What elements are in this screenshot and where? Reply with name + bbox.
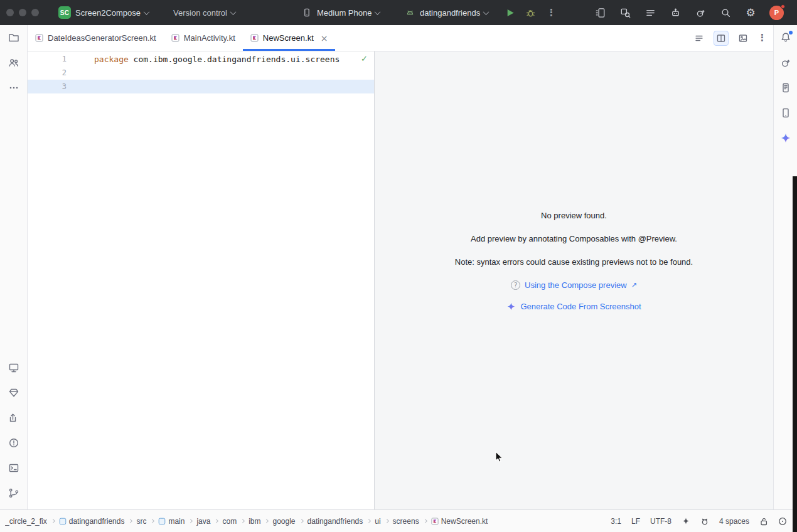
editor-view-modes: ⋮ <box>692 25 773 51</box>
avatar[interactable]: P <box>769 6 784 20</box>
code-editor[interactable]: 1 package com.ibm.google.datingandfriend… <box>28 51 374 509</box>
minimize-window-button[interactable] <box>19 9 26 16</box>
breadcrumb-label: main <box>168 517 185 526</box>
compose-preview-help-link[interactable]: ? Using the Compose preview ↗ <box>511 280 637 290</box>
breadcrumb-item[interactable]: src <box>136 517 146 526</box>
avatar-initial: P <box>774 9 779 16</box>
folder-icon[interactable] <box>5 29 23 46</box>
tab-mainactivity[interactable]: MainActivity.kt <box>164 25 243 51</box>
kotlin-file-icon <box>171 34 179 42</box>
device-selector[interactable]: Medium Phone <box>301 0 380 25</box>
editor-more-options-icon[interactable]: ⋮ <box>757 33 767 43</box>
design-mode-icon[interactable] <box>735 31 751 46</box>
breadcrumb-item[interactable]: ui <box>375 517 380 526</box>
inspections-widget-icon[interactable] <box>778 517 787 526</box>
breadcrumb-item[interactable]: datingandfriends <box>308 517 363 526</box>
breadcrumb-label: ibm <box>249 517 260 526</box>
breadcrumb-item[interactable]: ibm <box>249 517 260 526</box>
kotlin-file-icon <box>35 34 43 42</box>
breadcrumb-label: NewScreen.kt <box>441 517 488 526</box>
close-tab-icon[interactable]: × <box>321 34 328 43</box>
caret-position-widget[interactable]: 3:1 <box>611 517 621 526</box>
breadcrumb-item[interactable]: main <box>158 517 185 526</box>
sparkle-icon[interactable] <box>682 517 690 526</box>
terminal-icon[interactable] <box>5 459 23 477</box>
tab-dateideasgeneratorscreen[interactable]: DateIdeasGeneratorScreen.kt <box>28 25 164 51</box>
device-explorer-icon[interactable] <box>777 79 794 97</box>
gradle-icon[interactable] <box>777 54 794 72</box>
breadcrumb-item[interactable]: google <box>272 517 295 526</box>
git-branch-icon[interactable] <box>5 484 23 502</box>
indent-widget[interactable]: 4 spaces <box>719 517 749 526</box>
chevron-right-icon <box>128 519 132 523</box>
box-arrow-icon[interactable] <box>5 409 23 427</box>
keyword-token: package <box>94 55 129 64</box>
debug-button[interactable] <box>525 0 537 25</box>
ai-assistant-icon[interactable] <box>669 6 682 19</box>
line-separator-widget[interactable]: LF <box>631 517 640 526</box>
problems-icon[interactable] <box>5 434 23 452</box>
zoom-window-button[interactable] <box>31 9 39 16</box>
breadcrumb-item[interactable]: screens <box>393 517 419 526</box>
chevron-right-icon <box>214 519 218 523</box>
generate-link-text[interactable]: Generate Code From Screenshot <box>520 302 641 311</box>
more-tool-windows-icon[interactable] <box>5 79 23 97</box>
breadcrumb-label: _circle_2_fix <box>5 517 47 526</box>
version-control-menu[interactable]: Version control <box>173 0 235 25</box>
chevron-down-icon <box>230 9 237 15</box>
kotlin-file-icon <box>431 518 439 525</box>
encoding-widget[interactable]: UTF-8 <box>650 517 671 526</box>
notifications-bell-icon[interactable] <box>777 29 794 46</box>
logcat-icon[interactable] <box>644 6 656 19</box>
users-icon[interactable] <box>5 54 23 72</box>
gemini-icon[interactable] <box>777 129 794 147</box>
generate-code-link[interactable]: Generate Code From Screenshot <box>506 302 641 311</box>
code-text: package com.ibm.google.datingandfriends.… <box>94 55 340 64</box>
device-manager-icon[interactable] <box>777 104 794 122</box>
code-line-caret: 3 <box>28 80 374 93</box>
breadcrumb-label: com <box>222 517 237 526</box>
split-mode-icon[interactable] <box>714 31 729 46</box>
run-button[interactable] <box>504 0 516 25</box>
chevron-right-icon <box>150 519 154 523</box>
breadcrumb-item[interactable]: datingandfriends <box>59 517 125 526</box>
run-config-selector[interactable]: datingandfriends <box>404 0 488 25</box>
chevron-right-icon <box>264 519 269 523</box>
more-actions-button[interactable]: ⋮ <box>547 0 556 25</box>
android-icon <box>404 6 416 19</box>
status-widget-icon[interactable] <box>700 517 709 526</box>
line-number: 3 <box>28 82 67 91</box>
breadcrumb-item[interactable]: _circle_2_fix <box>5 517 47 526</box>
lock-icon[interactable] <box>759 517 768 526</box>
project-selector[interactable]: Screen2Compose <box>75 0 149 25</box>
search-icon[interactable] <box>719 6 732 19</box>
running-devices-icon[interactable] <box>594 6 606 19</box>
preview-messages: No preview found. Add preview by annotat… <box>375 51 773 323</box>
breadcrumb-item[interactable]: NewScreen.kt <box>431 517 488 526</box>
breadcrumb-label: google <box>272 517 295 526</box>
tab-newscreen[interactable]: NewScreen.kt × <box>243 25 336 51</box>
breadcrumb-item[interactable]: java <box>196 517 210 526</box>
device-label: Medium Phone <box>317 8 372 18</box>
help-link-text[interactable]: Using the Compose preview <box>525 280 627 290</box>
chevron-down-icon <box>375 9 381 15</box>
breadcrumb-item[interactable]: com <box>222 517 237 526</box>
notification-dot <box>781 4 785 9</box>
settings-icon[interactable]: ⚙ <box>744 6 757 19</box>
tab-label: NewScreen.kt <box>263 33 314 43</box>
close-window-button[interactable] <box>6 9 14 16</box>
no-preview-message: No preview found. <box>541 211 607 220</box>
gem-icon[interactable] <box>5 384 23 402</box>
gradle-sync-icon[interactable] <box>694 6 707 19</box>
chevron-right-icon <box>51 519 55 523</box>
chevron-right-icon <box>240 519 245 523</box>
code-mode-icon[interactable] <box>692 31 707 46</box>
line-number: 1 <box>28 55 67 63</box>
statusbar: _circle_2_fix datingandfriends src main … <box>0 509 797 532</box>
question-glyph: ? <box>514 282 517 289</box>
display-icon[interactable] <box>5 359 23 376</box>
inspection-ok-icon[interactable]: ✓ <box>361 55 368 63</box>
compose-preview-panel: No preview found. Add preview by annotat… <box>374 51 773 509</box>
tab-label: DateIdeasGeneratorScreen.kt <box>48 33 156 43</box>
app-inspection-icon[interactable] <box>619 6 631 19</box>
